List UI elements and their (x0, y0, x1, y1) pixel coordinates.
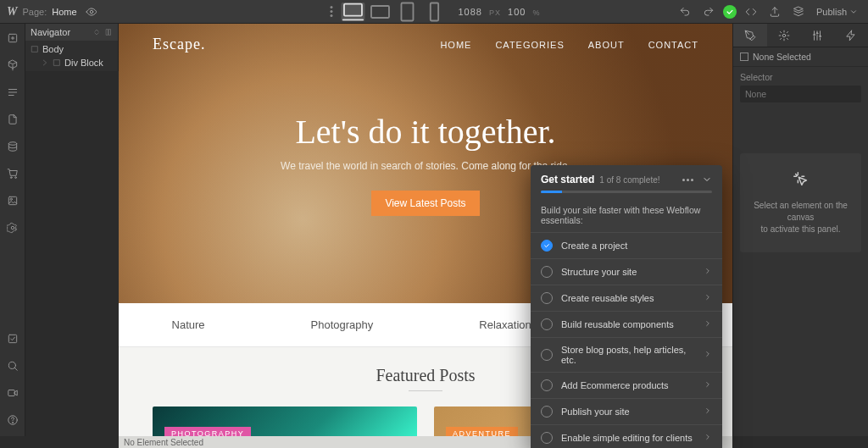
gs-item-reusable-styles[interactable]: Create reusable styles (531, 285, 722, 311)
get-started-progress (541, 191, 712, 193)
export-icon[interactable] (765, 3, 784, 21)
preview-eye-icon[interactable] (82, 3, 101, 21)
gs-item-label: Enable simple editing for clients (561, 433, 693, 443)
gs-item-blog-posts[interactable]: Store blog posts, help articles, etc. (531, 337, 722, 372)
code-icon[interactable] (742, 3, 760, 21)
badge-adventure: ADVENTURE (446, 427, 518, 436)
svg-rect-19 (32, 47, 38, 53)
get-started-description: Build your site faster with these Webflo… (531, 202, 722, 232)
device-desktop-button[interactable] (341, 3, 364, 21)
check-empty-icon (541, 432, 553, 444)
svg-rect-1 (344, 3, 362, 15)
device-tablet-portrait-button[interactable] (395, 3, 419, 21)
gs-item-publish[interactable]: Publish your site (531, 398, 722, 424)
settings-icon[interactable] (3, 218, 22, 237)
page-name[interactable]: Home (52, 7, 76, 17)
check-empty-icon (541, 406, 553, 418)
rp-tab-settings[interactable] (767, 24, 801, 47)
chevron-right-icon (704, 407, 712, 417)
device-tablet-landscape-button[interactable] (368, 3, 392, 21)
nav-link-contact[interactable]: CONTACT (648, 40, 698, 50)
top-bar: W Page: Home 1088 PX 100 % (0, 0, 868, 24)
right-panel: None Selected Selector None Select an el… (732, 24, 868, 436)
svg-rect-14 (8, 390, 14, 396)
get-started-more-icon[interactable] (682, 179, 693, 181)
get-started-header: Get started 1 of 8 complete! (531, 165, 722, 191)
topbar-left: W Page: Home (0, 3, 101, 21)
video-tutorial-icon[interactable] (3, 384, 22, 402)
svg-rect-4 (431, 3, 438, 20)
nav-link-home[interactable]: HOME (440, 40, 471, 50)
svg-rect-9 (8, 196, 16, 204)
nav-link-about[interactable]: ABOUT (588, 40, 625, 50)
navigator-sort-icon[interactable] (92, 28, 101, 36)
nav-link-categories[interactable]: CATEGORIES (495, 40, 564, 50)
empty-square-icon (740, 53, 748, 61)
svg-rect-20 (54, 60, 60, 66)
cms-icon[interactable] (3, 137, 22, 156)
device-mobile-button[interactable] (422, 3, 446, 21)
navigator-body-label: Body (42, 44, 64, 54)
topbar-center: 1088 PX 100 % (324, 3, 543, 21)
hero-subtitle: We travel the world in search of stories… (281, 160, 570, 172)
get-started-collapse-icon[interactable] (702, 174, 712, 185)
navigator-icon[interactable] (3, 83, 22, 102)
svg-point-11 (11, 226, 14, 230)
check-empty-icon (541, 318, 553, 330)
pages-icon[interactable] (3, 110, 22, 129)
navigator-header: Navigator (25, 24, 118, 41)
svg-rect-12 (8, 335, 16, 342)
category-photography[interactable]: Photography (311, 318, 374, 331)
gs-item-label: Store blog posts, help articles, etc. (561, 345, 695, 365)
svg-rect-2 (371, 6, 389, 18)
chevron-right-icon (704, 293, 712, 303)
category-nature[interactable]: Nature (172, 318, 205, 331)
components-icon[interactable] (3, 56, 22, 75)
status-ok-icon[interactable] (723, 5, 737, 19)
rp-tab-style[interactable] (733, 24, 767, 47)
check-empty-icon (541, 349, 553, 361)
navigator-divblock-label: Div Block (64, 58, 103, 68)
svg-rect-3 (401, 3, 413, 20)
check-empty-icon (541, 379, 553, 391)
canvas-zoom: 100 (508, 7, 526, 17)
site-nav: Escape. HOME CATEGORIES ABOUT CONTACT (119, 36, 732, 53)
webflow-logo[interactable]: W (7, 5, 17, 19)
navigator-panel: Navigator Body Div Block (25, 24, 119, 71)
rp-tab-effects[interactable] (834, 24, 868, 47)
ecommerce-icon[interactable] (3, 164, 22, 183)
rp-tab-interactions[interactable] (801, 24, 835, 47)
site-logo[interactable]: Escape. (153, 36, 205, 53)
svg-point-21 (782, 34, 786, 37)
publish-label: Publish (816, 7, 847, 17)
rp-selector-field[interactable]: None (740, 86, 861, 102)
more-options-icon[interactable] (324, 3, 337, 21)
help-icon[interactable] (3, 411, 22, 429)
hero-cta-button[interactable]: View Latest Posts (371, 191, 479, 216)
audit-icon[interactable] (789, 3, 808, 21)
publish-dropdown[interactable]: Publish (813, 7, 861, 17)
undo-icon[interactable] (676, 3, 694, 21)
get-started-list: Create a project Structure your site Cre… (531, 232, 722, 448)
pct-label: % (533, 8, 541, 17)
chevron-right-icon (704, 433, 712, 443)
navigator-pin-icon[interactable] (104, 28, 113, 36)
featured-card-1[interactable]: PHOTOGRAPHY (153, 407, 417, 436)
svg-point-16 (12, 422, 13, 423)
assets-icon[interactable] (3, 191, 22, 210)
gs-item-structure-site[interactable]: Structure your site (531, 258, 722, 285)
search-icon[interactable] (3, 357, 22, 375)
gs-item-ecommerce[interactable]: Add Ecommerce products (531, 372, 722, 398)
svg-point-7 (10, 177, 12, 179)
add-element-icon[interactable] (3, 29, 22, 47)
category-relaxation[interactable]: Relaxation (479, 318, 531, 331)
audit-check-icon[interactable] (3, 329, 22, 348)
chevron-right-icon (704, 319, 712, 329)
navigator-node-divblock[interactable]: Div Block (25, 56, 118, 69)
gs-item-reusable-components[interactable]: Build reusable components (531, 311, 722, 337)
gs-item-simple-editing[interactable]: Enable simple editing for clients (531, 424, 722, 448)
px-label: PX (489, 8, 501, 17)
redo-icon[interactable] (699, 3, 718, 21)
gs-item-create-project[interactable]: Create a project (531, 232, 722, 258)
navigator-node-body[interactable]: Body (25, 42, 118, 56)
